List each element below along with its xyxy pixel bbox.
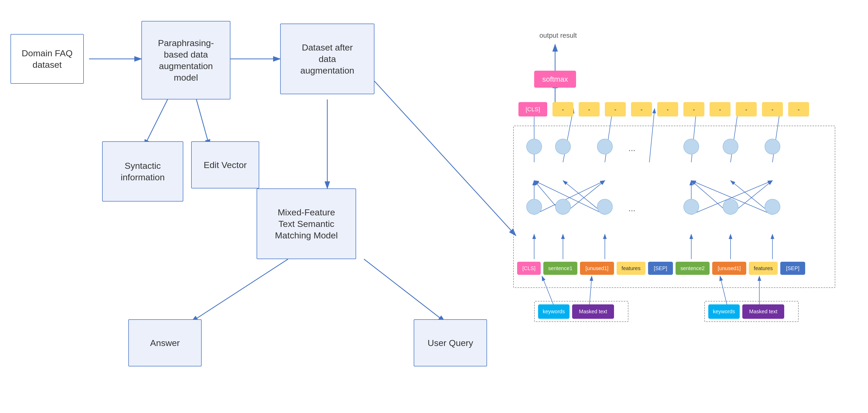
token-unused1b-label: [unused1] — [718, 265, 741, 272]
token-features1-label: features — [622, 265, 641, 272]
svg-line-4 — [144, 99, 167, 147]
circle-bot-1 — [526, 199, 542, 215]
circle-bot-4 — [683, 199, 699, 215]
answer-label: Answer — [150, 337, 180, 349]
token-unused1a-label: [unused1] — [586, 265, 609, 272]
mixed-feature-box: Mixed-Feature Text Semantic Matching Mod… — [257, 188, 356, 259]
dash-8: - — [745, 106, 747, 113]
paraphrasing-label: Paraphrasing- based data augmentation mo… — [158, 37, 214, 84]
ellipsis-bot-text: ... — [628, 203, 636, 213]
edit-vector-box: Edit Vector — [191, 141, 259, 188]
dash-box-5: - — [657, 102, 678, 117]
keywords1-label: keywords — [543, 309, 565, 315]
dash-box-7: - — [710, 102, 731, 117]
svg-line-7 — [374, 81, 516, 235]
masked-text-box-2: Masked text — [742, 305, 784, 319]
dash-box-1: - — [553, 102, 574, 117]
circle-top-5 — [723, 139, 738, 154]
dash-box-9: - — [762, 102, 783, 117]
svg-line-5 — [196, 99, 210, 147]
softmax-box: softmax — [534, 71, 576, 88]
dash-box-10: - — [788, 102, 809, 117]
token-sep2-label: [SEP] — [786, 265, 799, 272]
user-query-box: User Query — [414, 319, 487, 367]
masked-text2-label: Masked text — [749, 309, 777, 315]
circle-top-4 — [683, 139, 699, 154]
circle-bot-3 — [597, 199, 613, 215]
circle-bot-5 — [723, 199, 738, 215]
output-result-text: output result — [539, 31, 577, 39]
domain-faq-label: Domain FAQ dataset — [22, 47, 73, 70]
token-sep1-label: [SEP] — [654, 265, 667, 272]
syntactic-label: Syntactic information — [121, 160, 165, 183]
token-features2-label: features — [754, 265, 773, 272]
edit-vector-label: Edit Vector — [204, 159, 247, 171]
circle-bot-6 — [765, 199, 780, 215]
softmax-label: softmax — [542, 75, 568, 84]
token-sentence2: sentence2 — [676, 262, 710, 275]
diagram-container: Domain FAQ dataset Paraphrasing- based d… — [0, 0, 868, 413]
ellipsis-top: ... — [628, 144, 636, 153]
dash-4: - — [641, 106, 643, 113]
dash-3: - — [614, 106, 616, 113]
circle-bot-2 — [555, 199, 571, 215]
token-unused1b: [unused1] — [712, 262, 746, 275]
paraphrasing-box: Paraphrasing- based data augmentation mo… — [142, 21, 230, 99]
keywords-box-1: keywords — [538, 305, 569, 319]
cls-top-label: [CLS] — [526, 106, 540, 113]
dash-6: - — [693, 106, 695, 113]
dash-5: - — [666, 106, 669, 113]
circle-top-3 — [597, 139, 613, 154]
dash-box-6: - — [683, 102, 704, 117]
token-features2: features — [749, 262, 778, 275]
ellipsis-top-text: ... — [628, 144, 636, 153]
token-sep2: [SEP] — [780, 262, 805, 275]
ellipsis-bot: ... — [628, 203, 636, 213]
masked-text-box-1: Masked text — [572, 305, 614, 319]
circle-top-1 — [526, 139, 542, 154]
token-cls-label: [CLS] — [522, 265, 535, 272]
token-features1: features — [617, 262, 645, 275]
token-sentence2-label: sentence2 — [681, 265, 705, 272]
token-sentence1-label: sentence1 — [548, 265, 572, 272]
dash-10: - — [798, 106, 800, 113]
domain-faq-box: Domain FAQ dataset — [10, 34, 84, 84]
circle-top-2 — [555, 139, 571, 154]
masked-text1-label: Masked text — [579, 309, 607, 315]
circle-top-6 — [765, 139, 780, 154]
dash-1: - — [562, 106, 564, 113]
token-unused1a: [unused1] — [580, 262, 614, 275]
token-sep1: [SEP] — [648, 262, 673, 275]
keywords2-label: keywords — [713, 309, 735, 315]
dash-box-2: - — [579, 102, 599, 117]
svg-line-9 — [364, 259, 445, 322]
token-sentence1: sentence1 — [543, 262, 577, 275]
dash-box-3: - — [605, 102, 626, 117]
token-cls: [CLS] — [517, 262, 541, 275]
cls-top-box: [CLS] — [519, 102, 547, 117]
dataset-after-label: Dataset after data augmentation — [300, 42, 354, 76]
keywords-box-2: keywords — [708, 305, 740, 319]
dash-box-4: - — [631, 102, 652, 117]
syntactic-box: Syntactic information — [102, 141, 183, 201]
dash-2: - — [588, 106, 590, 113]
answer-box: Answer — [128, 319, 202, 367]
user-query-label: User Query — [428, 337, 473, 349]
output-result-label: output result — [539, 31, 577, 39]
mixed-feature-label: Mixed-Feature Text Semantic Matching Mod… — [275, 206, 338, 241]
dash-box-8: - — [736, 102, 757, 117]
dash-9: - — [771, 106, 773, 113]
svg-line-8 — [191, 259, 288, 322]
dataset-after-box: Dataset after data augmentation — [280, 24, 374, 94]
dash-7: - — [719, 106, 721, 113]
